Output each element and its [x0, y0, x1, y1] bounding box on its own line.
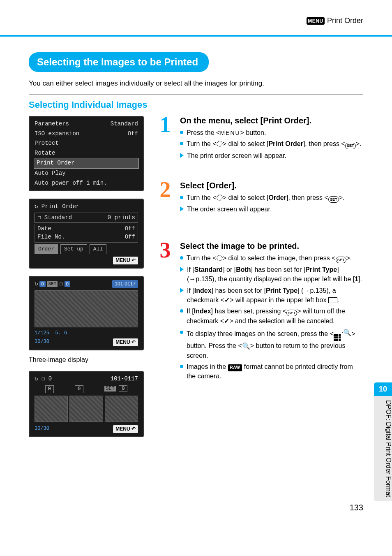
- image-counter: 30/30: [35, 338, 49, 346]
- tab-all: All: [90, 244, 106, 254]
- bullet-icon: [180, 331, 183, 334]
- set-button-icon: SET: [286, 310, 297, 316]
- chapter-tab: 10 DPOF: Digital Print Order Format: [374, 382, 392, 501]
- separator: [29, 94, 363, 95]
- menu-item: Protect: [35, 139, 59, 148]
- step-3-item-4: If [Index] has been set, pressing <SET> …: [187, 306, 363, 326]
- step-1-item-2: Turn the <> dial to select [Print Order]…: [187, 139, 362, 149]
- set-button-icon: SET: [328, 196, 339, 203]
- bullet-icon: [180, 142, 183, 145]
- result-arrow-icon: [180, 153, 184, 158]
- bullet-icon: [180, 256, 183, 259]
- intro-text: You can either select images individuall…: [29, 79, 363, 88]
- section-title: Selecting the Images to be Printed: [29, 52, 209, 72]
- order-indicator: ↻ 0 SET ☐ 0: [35, 280, 70, 288]
- menu-return-icon: MENU ↶: [113, 338, 138, 346]
- checkmark-icon: ✓: [224, 297, 230, 303]
- menu-item: Auto Play: [35, 169, 66, 178]
- step-number-2: 2: [156, 181, 174, 216]
- order-indicator: ↻ ☐ 0: [35, 375, 52, 383]
- exposure-info: 1/125 5. 6: [35, 330, 67, 337]
- raw-format-icon: RAW: [228, 364, 242, 371]
- step-3-item-6: Images in the RAW format cannot be print…: [187, 362, 363, 381]
- step-1-item-1: Press the <MENU> button.: [187, 128, 266, 137]
- sub-section-title: Selecting Individual Images: [29, 100, 363, 110]
- image-counter: 30/30: [35, 425, 49, 433]
- header-divider: [0, 35, 392, 37]
- folder-number: 101-0117: [112, 280, 138, 288]
- lcd-order-single: ↻ 0 SET ☐ 0 101-0117 1/125 5. 6 30/30 ME…: [29, 276, 144, 350]
- quick-dial-icon: [217, 255, 223, 261]
- menu-item: Rotate: [35, 149, 55, 158]
- checkbox-icon: [328, 297, 337, 303]
- header-title: Print Order: [327, 16, 363, 25]
- folder-number: 101-0117: [111, 375, 138, 383]
- step-3-item-5: To display three images on the screen, p…: [187, 328, 363, 361]
- menu-return-icon: MENU ↶: [113, 257, 138, 264]
- bullet-icon: [180, 309, 183, 313]
- step-3-item-1: Turn the <> dial to select the image, th…: [187, 253, 352, 264]
- checkmark-icon: ✓: [224, 317, 229, 324]
- menu-item-selected: Print Order: [37, 159, 74, 167]
- menu-item: Auto power off 1 min.: [35, 179, 107, 188]
- menu-item: ISO expansion: [35, 130, 79, 138]
- menu-chip-icon: MENU: [307, 17, 325, 25]
- step-1-item-3: The print order screen will appear.: [187, 151, 286, 160]
- step-2: 2 Select [Order]. Turn the <> dial to se…: [156, 181, 363, 216]
- menu-button-icon: MENU: [220, 129, 240, 137]
- chapter-label: DPOF: Digital Print Order Format: [374, 396, 392, 501]
- page-header: MENU Print Order: [29, 0, 363, 29]
- bullet-icon: [180, 196, 183, 199]
- figure-caption: Three-image display: [29, 356, 144, 364]
- step-2-item-1: Turn the <> dial to select [Order], then…: [187, 193, 345, 203]
- set-button-icon: SET: [345, 143, 356, 149]
- screen-title: ↻ Print Order: [35, 203, 79, 211]
- tab-setup: Set up: [60, 244, 87, 254]
- result-arrow-icon: [180, 267, 184, 272]
- step-3-item-2: If [Standard] or [Both] has been set for…: [187, 265, 363, 284]
- reduce-icon: ·🔍: [334, 328, 351, 341]
- step-1-title: On the menu, select [Print Order].: [156, 116, 363, 125]
- menu-item: Parameters: [35, 120, 69, 128]
- triple-thumbnails: [35, 396, 138, 422]
- bullet-icon: [180, 131, 183, 134]
- menu-return-icon: MENU ↶: [113, 425, 138, 433]
- page-number: 133: [29, 503, 363, 512]
- result-arrow-icon: [180, 206, 184, 211]
- image-thumbnail: [35, 290, 138, 327]
- step-3-title: Select the image to be printed.: [156, 241, 363, 251]
- step-3-item-3: If [Index] has been set for [Print Type]…: [187, 286, 363, 305]
- tab-order: Order: [35, 244, 58, 254]
- step-3: 3 Select the image to be printed. Turn t…: [156, 241, 363, 383]
- quick-dial-icon: [217, 141, 223, 147]
- step-2-item-2: The order screen will appear.: [187, 204, 272, 214]
- step-2-title: Select [Order].: [156, 181, 363, 190]
- enlarge-icon: 🔍: [242, 341, 250, 351]
- step-1: 1 On the menu, select [Print Order]. Pre…: [156, 116, 363, 162]
- bullet-icon: [180, 365, 183, 368]
- result-arrow-icon: [180, 288, 184, 293]
- lcd-order-triple: ↻ ☐ 0 101-0117 0 0 SET 0 30/30 MENU ↶: [29, 371, 144, 437]
- step-number-3: 3: [156, 241, 174, 383]
- lcd-print-order: ↻ Print Order ☐ Standard0 prints DateOff…: [29, 199, 144, 268]
- chapter-number: 10: [374, 382, 392, 396]
- step-number-1: 1: [156, 116, 174, 162]
- quick-dial-icon: [217, 195, 223, 201]
- lcd-play-menu: ParametersStandard ISO expansionOff Prot…: [29, 116, 144, 191]
- set-button-icon: SET: [336, 257, 346, 263]
